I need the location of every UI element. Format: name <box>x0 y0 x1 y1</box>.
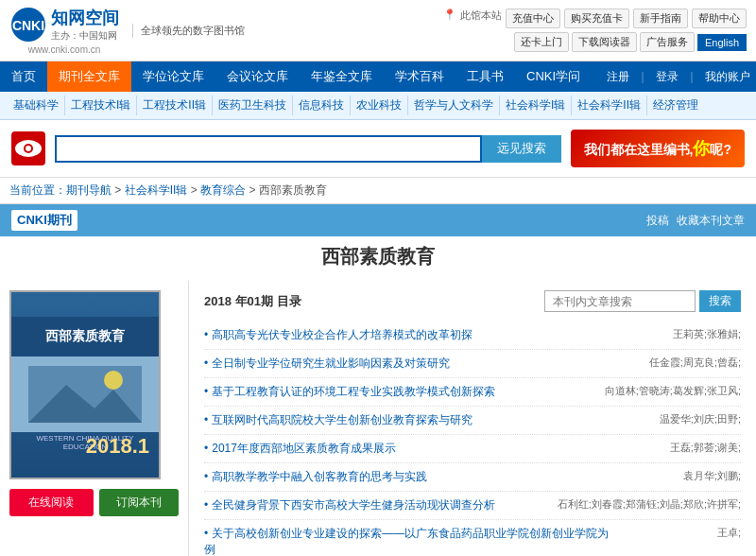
article-title-3[interactable]: 基于工程教育认证的环境工程专业实践教学模式创新探索 <box>204 384 597 400</box>
logo-box: CNKI 知网空间 主办：中国知网 www.cnki.com.cn <box>9 6 119 55</box>
subnav-social-2[interactable]: 社会科学II辑 <box>572 96 647 115</box>
cover-image <box>11 356 159 432</box>
location-text: 此馆本站 <box>460 9 502 28</box>
article-item: 高职高专光伏专业校企合作人才培养模式的改革初探 王莉英;张雅娟; <box>204 321 741 350</box>
issue-search: 搜索 <box>544 290 741 312</box>
download-reader-btn[interactable]: 下载阅读器 <box>572 32 637 52</box>
collect-article-link[interactable]: 收藏本刊文章 <box>677 213 745 229</box>
logo-text: 知网空间 <box>51 7 119 29</box>
article-title-1[interactable]: 高职高专光伏专业校企合作人才培养模式的改革初探 <box>204 327 620 343</box>
nav-encyclopedia[interactable]: 学术百科 <box>384 61 455 92</box>
help-btn[interactable]: 帮助中心 <box>692 9 747 28</box>
buy-card-btn[interactable]: 购买充值卡 <box>564 9 629 28</box>
issue-search-btn[interactable]: 搜索 <box>699 290 741 312</box>
subnav-eng-tech-2[interactable]: 工程技术II辑 <box>137 96 213 115</box>
header-bottom-links: 还卡上门 下载阅读器 广告服务 English <box>514 32 747 52</box>
subnav-social-1[interactable]: 社会科学I辑 <box>500 96 572 115</box>
guide-btn[interactable]: 新手指南 <box>633 9 688 28</box>
article-authors-8: 王卓; <box>627 526 741 540</box>
main-nav: 首页 期刊全文库 学位论文库 会议论文库 年鉴全文库 学术百科 工具书 CNKI… <box>0 61 756 92</box>
nav-almanac[interactable]: 年鉴全文库 <box>300 61 384 92</box>
breadcrumb-current: 西部素质教育 <box>259 183 327 197</box>
nav-login[interactable]: 登录 <box>650 62 684 92</box>
english-btn[interactable]: English <box>697 34 747 51</box>
journal-header: CNKI期刊 投稿 收藏本刊文章 <box>0 204 756 236</box>
article-item: 基于工程教育认证的环境工程专业实践教学模式创新探索 向道林;管晓涛;葛发辉;张卫… <box>204 378 741 407</box>
subnav-basic-science[interactable]: 基础科学 <box>8 96 65 115</box>
search-logo <box>11 131 45 165</box>
subnav-agriculture[interactable]: 农业科技 <box>351 96 408 115</box>
nav-register[interactable]: 注册 <box>601 62 635 92</box>
journal-actions: 在线阅读 订阅本刊 <box>9 489 179 516</box>
subscribe-btn[interactable]: 订阅本刊 <box>99 489 180 516</box>
nav-reference[interactable]: 工具书 <box>455 61 515 92</box>
article-authors-2: 任金霞;周克良;曾磊; <box>627 356 741 370</box>
cnki-logo-icon: CNKI <box>9 6 47 43</box>
logo-area: CNKI 知网空间 主办：中国知网 www.cnki.com.cn 全球领先的数… <box>9 6 245 55</box>
nav-thesis[interactable]: 学位论文库 <box>131 61 215 92</box>
cover-title-cn: 西部素质教育 <box>15 324 155 349</box>
journal-left-panel: 西部素质教育 WESTERN CHINA QUALITY EDUCATION 2… <box>0 281 189 556</box>
svg-text:CNKI: CNKI <box>12 18 44 33</box>
journal-area: CNKI期刊 投稿 收藏本刊文章 西部素质教育 西部素质教育 <box>0 204 756 556</box>
search-input[interactable] <box>55 135 482 163</box>
cover-landscape-icon <box>28 366 142 423</box>
submit-article-link[interactable]: 投稿 <box>646 213 669 229</box>
breadcrumb: 当前位置：期刊导航 > 社会科学II辑 > 教育综合 > 西部素质教育 <box>0 178 756 204</box>
article-authors-3: 向道林;管晓涛;葛发辉;张卫风; <box>605 384 741 398</box>
logo-tagline: 全球领先的数字图书馆 <box>132 24 245 38</box>
issue-header: 2018 年01期 目录 搜索 <box>204 290 741 312</box>
subnav-medical[interactable]: 医药卫生科技 <box>213 96 293 115</box>
breadcrumb-education[interactable]: 教育综合 <box>200 183 246 197</box>
banner-ad: 我们都在这里编书,你呢? <box>571 130 745 167</box>
article-title-7[interactable]: 全民健身背景下西安市高校大学生健身活动现状调查分析 <box>204 497 550 513</box>
search-button[interactable]: 远见搜索 <box>482 135 561 163</box>
article-title-5[interactable]: 2017年度西部地区素质教育成果展示 <box>204 441 620 457</box>
return-card-btn[interactable]: 还卡上门 <box>514 32 569 52</box>
ad-service-btn[interactable]: 广告服务 <box>640 32 695 52</box>
journal-header-left: CNKI期刊 <box>11 210 77 231</box>
journal-content: 西部素质教育 WESTERN CHINA QUALITY EDUCATION 2… <box>0 281 756 556</box>
article-authors-1: 王莉英;张雅娟; <box>627 327 741 341</box>
breadcrumb-social2[interactable]: 社会科学II辑 <box>125 183 188 197</box>
journal-title: 西部素质教育 <box>0 236 756 281</box>
nav-divider1: ｜ <box>635 69 650 85</box>
article-item: 互联网时代高职院校大学生创新创业教育探索与研究 温爱华;刘庆;田野; <box>204 407 741 435</box>
subnav-philosophy[interactable]: 哲学与人文科学 <box>408 96 500 115</box>
journal-right-panel: 2018 年01期 目录 搜索 高职高专光伏专业校企合作人才培养模式的改革初探 … <box>189 281 756 556</box>
logo-url: www.cnki.com.cn <box>28 44 101 55</box>
article-title-8[interactable]: 关于高校创新创业专业建设的探索——以广东食品药品职业学院创新创业学院为例 <box>204 526 620 556</box>
nav-home[interactable]: 首页 <box>0 61 47 92</box>
subnav-eng-tech-1[interactable]: 工程技术I辑 <box>65 96 137 115</box>
article-authors-5: 王磊;郭荟;谢美; <box>627 441 741 455</box>
breadcrumb-location[interactable]: 当前位置：期刊导航 <box>9 183 112 197</box>
article-item: 全民健身背景下西安市高校大学生健身活动现状调查分析 石利红;刘春霞;郑蒲钰;刘晶… <box>204 492 741 520</box>
article-item: 全日制专业学位研究生就业影响因素及对策研究 任金霞;周克良;曾磊; <box>204 350 741 378</box>
recharge-btn[interactable]: 充值中心 <box>506 9 560 28</box>
location-icon: 📍 <box>443 9 456 28</box>
read-online-btn[interactable]: 在线阅读 <box>9 489 94 516</box>
article-item: 高职教学教学中融入创客教育的思考与实践 袁月华;刘鹏; <box>204 463 741 492</box>
article-title-4[interactable]: 互联网时代高职院校大学生创新创业教育探索与研究 <box>204 412 620 428</box>
nav-journals[interactable]: 期刊全文库 <box>47 61 131 92</box>
search-input-box: 远见搜索 <box>55 135 561 163</box>
nav-myaccount[interactable]: 我的账户 <box>699 62 756 92</box>
nav-cnkiask[interactable]: CNKI学问 <box>515 61 592 92</box>
nav-conference[interactable]: 会议论文库 <box>215 61 300 92</box>
logo-subtitle: 主办：中国知网 <box>51 29 119 43</box>
article-title-6[interactable]: 高职教学教学中融入创客教育的思考与实践 <box>204 469 620 485</box>
article-authors-7: 石利红;刘春霞;郑蒲钰;刘晶;郑欣;许拼军; <box>558 497 741 512</box>
sub-nav: 基础科学 工程技术I辑 工程技术II辑 医药卫生科技 信息科技 农业科技 哲学与… <box>0 92 756 120</box>
issue-search-input[interactable] <box>544 290 696 312</box>
article-title-2[interactable]: 全日制专业学位研究生就业影响因素及对策研究 <box>204 356 620 372</box>
cnki-eye-icon <box>11 131 45 165</box>
svg-point-5 <box>26 146 31 151</box>
cover-year: 2018.1 <box>86 434 149 459</box>
subnav-economics[interactable]: 经济管理 <box>647 96 704 115</box>
article-item: 关于高校创新创业专业建设的探索——以广东食品药品职业学院创新创业学院为例 王卓; <box>204 520 741 556</box>
subnav-info-tech[interactable]: 信息科技 <box>293 96 351 115</box>
header-top-links: 📍 此馆本站 充值中心 购买充值卡 新手指南 帮助中心 <box>443 9 747 28</box>
search-area: 远见搜索 我们都在这里编书,你呢? <box>0 120 756 178</box>
journal-header-right: 投稿 收藏本刊文章 <box>646 213 745 229</box>
banner-highlight: 你 <box>693 139 710 158</box>
